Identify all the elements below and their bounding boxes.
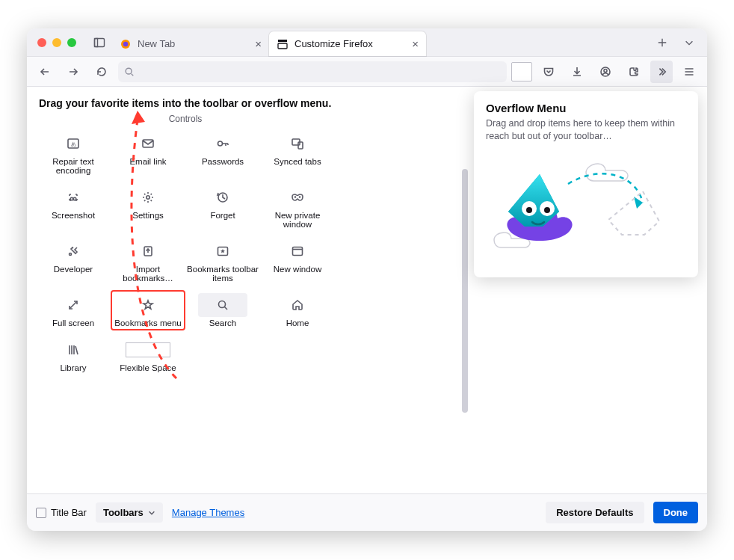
toolbars-label: Toolbars	[103, 507, 144, 518]
minimize-window-button[interactable]	[52, 38, 61, 47]
close-window-button[interactable]	[37, 38, 46, 47]
navigation-toolbar	[27, 57, 707, 87]
new-tab-button[interactable]	[650, 31, 674, 55]
item-screenshot[interactable]: Screenshot	[36, 182, 111, 232]
back-button[interactable]	[33, 60, 57, 84]
item-forget[interactable]: Forget	[185, 182, 260, 232]
item-label: New window	[274, 265, 322, 274]
overflow-menu-panel[interactable]: Overflow Menu Drag and drop items here t…	[474, 91, 698, 277]
manage-themes-link[interactable]: Manage Themes	[172, 507, 244, 518]
toolbars-dropdown[interactable]: Toolbars	[96, 502, 163, 523]
tab-customize-firefox[interactable]: Customize Firefox ×	[269, 31, 426, 56]
url-bar[interactable]	[118, 61, 507, 82]
firefox-favicon	[120, 38, 132, 50]
pocket-button[interactable]	[537, 60, 561, 84]
item-new-private-window[interactable]: New private window	[260, 182, 335, 232]
svg-rect-21	[143, 140, 153, 147]
item-label: Full screen	[52, 319, 94, 327]
item-label: Home	[286, 319, 309, 327]
tab-label: New Tab	[138, 38, 175, 49]
svg-point-34	[299, 196, 301, 198]
item-label: Import bookmarks…	[112, 265, 184, 283]
search-icon	[198, 293, 247, 317]
item-label: Passwords	[202, 157, 244, 166]
import-bookmarks-icon	[123, 239, 173, 263]
sidebar-toggle-icon[interactable]	[87, 28, 112, 57]
restore-defaults-button[interactable]: Restore Defaults	[546, 502, 644, 523]
svg-rect-0	[95, 39, 105, 47]
tab-label: Customize Firefox	[294, 38, 373, 49]
passwords-icon	[198, 132, 247, 156]
item-bookmarks-toolbar-items[interactable]: Bookmarks toolbar items	[185, 236, 260, 286]
close-tab-icon[interactable]: ×	[255, 38, 262, 49]
svg-marker-51	[634, 197, 643, 209]
item-email-link[interactable]: Email link	[111, 129, 185, 178]
list-all-tabs-button[interactable]	[677, 31, 701, 55]
maximize-window-button[interactable]	[67, 38, 76, 47]
done-button[interactable]: Done	[653, 502, 699, 523]
overflow-menu-button[interactable]	[650, 61, 673, 83]
svg-point-54	[526, 207, 532, 213]
item-new-window[interactable]: New window	[260, 236, 335, 286]
svg-line-42	[70, 301, 77, 309]
screenshot-icon	[49, 185, 98, 209]
bookmarks-toolbar-icon	[198, 239, 247, 263]
item-bookmarks-menu[interactable]: Bookmarks menu	[111, 290, 185, 330]
email-link-icon	[123, 132, 173, 156]
item-passwords[interactable]: Passwords	[185, 129, 260, 178]
chevron-down-icon	[148, 509, 155, 517]
item-label: New private window	[262, 211, 333, 229]
checkbox-icon	[36, 508, 46, 518]
settings-icon	[123, 185, 173, 209]
hamburger-menu-button[interactable]	[677, 60, 701, 84]
item-label: Library	[60, 363, 86, 372]
item-settings[interactable]: Settings	[111, 182, 185, 232]
repair-text-encoding-icon: あ	[49, 132, 98, 156]
item-repair-text-encoding[interactable]: あRepair text encoding	[36, 129, 111, 178]
reload-button[interactable]	[90, 60, 114, 84]
toolbar-drop-slot[interactable]	[511, 62, 532, 81]
extensions-button[interactable]	[622, 60, 646, 84]
item-flexible-space[interactable]: Flexible Space	[111, 335, 185, 375]
item-label: Synced tabs	[274, 157, 321, 166]
forward-button[interactable]	[61, 60, 85, 84]
developer-icon	[49, 239, 98, 263]
titlebar: New Tab × Customize Firefox ×	[27, 28, 707, 57]
home-icon	[273, 293, 322, 317]
svg-point-31	[147, 196, 149, 199]
item-library[interactable]: Library	[36, 335, 111, 375]
item-label: Developer	[54, 265, 93, 274]
svg-text:あ: あ	[71, 141, 76, 147]
flexible-space-icon	[123, 338, 173, 362]
svg-point-22	[218, 141, 223, 146]
firefox-customize-window: New Tab × Customize Firefox ×	[27, 28, 707, 531]
private-window-icon	[273, 185, 322, 209]
tab-new-tab[interactable]: New Tab ×	[112, 31, 269, 56]
svg-rect-40	[293, 247, 303, 256]
fullscreen-icon	[49, 293, 98, 317]
downloads-button[interactable]	[565, 60, 589, 84]
window-controls	[27, 28, 87, 56]
item-label: Search	[209, 319, 236, 327]
item-developer[interactable]: Developer	[36, 236, 111, 286]
item-label: Bookmarks menu	[114, 319, 181, 327]
item-full-screen[interactable]: Full screen	[36, 290, 111, 330]
item-import-bookmarks[interactable]: Import bookmarks…	[111, 236, 185, 286]
close-tab-icon[interactable]: ×	[412, 38, 419, 49]
svg-point-10	[126, 68, 132, 74]
item-home[interactable]: Home	[260, 290, 335, 330]
overflow-description: Drag and drop items here to keep them wi…	[486, 117, 686, 143]
bookmarks-menu-icon	[123, 293, 173, 317]
customize-main: Drag your favorite items into the toolba…	[27, 87, 707, 493]
customize-footer: Title Bar Toolbars Manage Themes Restore…	[27, 493, 707, 531]
title-bar-checkbox[interactable]: Title Bar	[36, 507, 87, 518]
account-button[interactable]	[593, 60, 617, 84]
svg-rect-4	[278, 40, 287, 42]
svg-point-35	[70, 253, 72, 256]
new-window-icon	[273, 239, 322, 263]
scrollbar[interactable]	[462, 169, 468, 413]
item-synced-tabs[interactable]: Synced tabs	[260, 129, 335, 178]
item-label: Screenshot	[52, 211, 95, 220]
item-search[interactable]: Search	[185, 290, 260, 330]
titlebar-right	[644, 28, 707, 56]
